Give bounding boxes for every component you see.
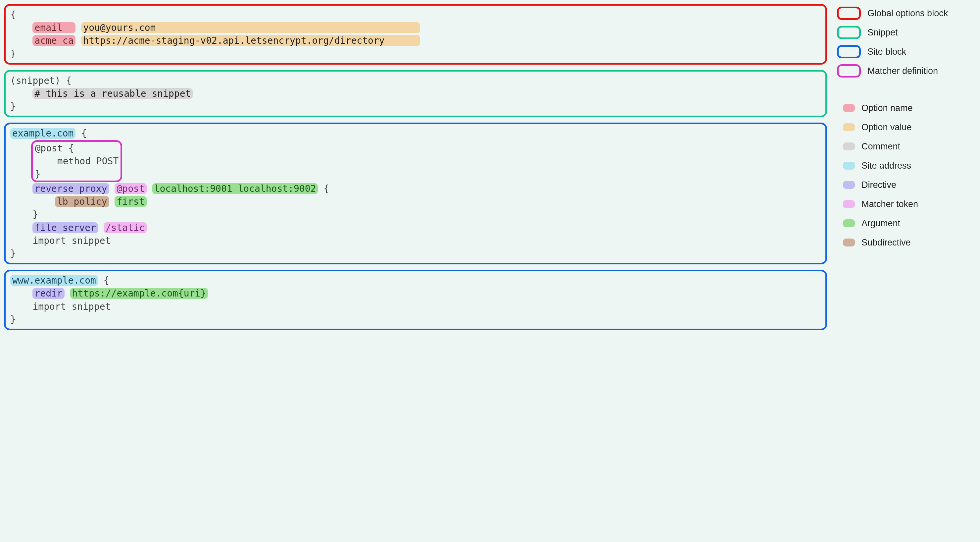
legend-label: Option name (861, 103, 913, 113)
legend-row-comment: Comment (837, 139, 973, 154)
legend-row-directive: Directive (837, 178, 973, 192)
legend-label: Argument (861, 218, 900, 229)
brace-open: { (318, 183, 329, 194)
site-address-www: www.example.com (10, 275, 98, 286)
legend-row-site: Site block (837, 45, 973, 59)
snippet-header: (snippet) { (10, 75, 72, 86)
legend-label: Option value (861, 122, 912, 132)
legend-label: Subdirective (861, 238, 911, 248)
matcher-open: @post { (35, 143, 74, 154)
import-line: import snippet (10, 301, 111, 312)
legend-label: Snippet (867, 27, 898, 38)
legend-box-icon (837, 26, 861, 39)
directive-reverse-proxy: reverse_proxy (32, 183, 109, 194)
legend-swatch-icon (843, 219, 855, 227)
legend-label: Matcher token (861, 199, 918, 209)
option-value-acme-ca: https://acme-staging-v02.api.letsencrypt… (81, 35, 420, 46)
caddyfile-diagram: { email you@yours.com acme_ca https://ac… (0, 0, 980, 542)
brace-open: { (98, 275, 109, 286)
legend-row-optval: Option value (837, 120, 973, 134)
site-address: example.com (10, 128, 75, 139)
matcher-token-post: @post (115, 183, 146, 194)
legend: Global options block Snippet Site block … (834, 4, 976, 538)
legend-row-matcher: Matcher definition (837, 64, 973, 78)
legend-label: Directive (861, 180, 896, 190)
option-value-email: you@yours.com (81, 22, 420, 33)
legend-swatch-icon (843, 239, 855, 247)
argument-redir-url: https://example.com{uri} (70, 288, 208, 299)
legend-row-siteaddr: Site address (837, 158, 973, 173)
legend-box-icon (837, 64, 861, 78)
site-block-www: www.example.com { redir https://example.… (4, 270, 827, 330)
legend-row-arg: Argument (837, 216, 973, 231)
matcher-definition: @post { method POST } (31, 140, 122, 183)
code-column: { email you@yours.com acme_ca https://ac… (4, 4, 827, 538)
legend-swatch-icon (843, 123, 855, 131)
brace-open: { (75, 128, 87, 139)
argument-backends: localhost:9001 localhost:9002 (152, 183, 318, 194)
comment-text: # this is a reusable snippet (32, 88, 192, 99)
legend-row-snippet: Snippet (837, 25, 973, 40)
option-name-email: email (32, 22, 75, 33)
legend-row-optname: Option name (837, 101, 973, 115)
global-options-block: { email you@yours.com acme_ca https://ac… (4, 4, 827, 65)
brace-close: } (10, 48, 16, 59)
legend-row-global: Global options block (837, 6, 973, 21)
option-name-acme-ca: acme_ca (32, 35, 75, 46)
brace-close: } (10, 248, 16, 259)
legend-label: Site block (867, 47, 906, 57)
legend-swatch-icon (843, 142, 855, 150)
legend-swatch-icon (843, 181, 855, 189)
brace-close: } (10, 101, 16, 112)
legend-row-matchertok: Matcher token (837, 197, 973, 211)
legend-box-icon (837, 6, 861, 20)
legend-row-subdir: Subdirective (837, 235, 973, 250)
matcher-body: method POST (35, 156, 119, 167)
directive-file-server: file_server (32, 222, 98, 233)
brace-close: } (10, 209, 38, 220)
legend-label: Global options block (867, 8, 948, 19)
legend-spacer (837, 83, 973, 96)
legend-label: Site address (861, 161, 911, 171)
snippet-block: (snippet) { # this is a reusable snippet… (4, 70, 827, 118)
import-line: import snippet (10, 235, 111, 246)
legend-swatch-icon (843, 104, 855, 112)
legend-swatch-icon (843, 162, 855, 170)
legend-swatch-icon (843, 200, 855, 208)
site-block-example: example.com { @post { method POST } reve… (4, 123, 827, 265)
legend-label: Comment (861, 142, 900, 152)
argument-first: first (115, 196, 146, 207)
brace-close: } (10, 314, 16, 325)
legend-label: Matcher definition (867, 66, 938, 76)
subdirective-lb-policy: lb_policy (55, 196, 109, 207)
matcher-token-static: /static (103, 222, 147, 233)
matcher-close: } (35, 169, 40, 180)
directive-redir: redir (32, 288, 64, 299)
brace-open: { (10, 9, 16, 20)
legend-box-icon (837, 45, 861, 58)
